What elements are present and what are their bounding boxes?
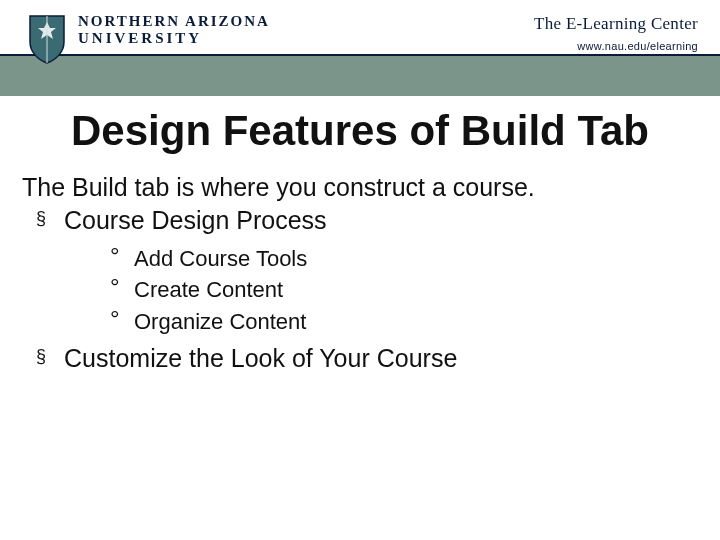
center-name: The E-Learning Center	[534, 14, 698, 34]
slide-header: NORTHERN ARIZONA UNIVERSITY The E-Learni…	[0, 0, 720, 96]
sub-label: Organize Content	[134, 309, 306, 334]
list-item: Course Design Process Add Course Tools C…	[36, 205, 694, 335]
sub-list: Add Course Tools Create Content Organize…	[64, 245, 694, 336]
center-url: www.nau.edu/elearning	[534, 40, 698, 52]
list-item: Organize Content	[110, 308, 694, 336]
university-logo: NORTHERN ARIZONA UNIVERSITY	[26, 14, 270, 64]
shield-icon	[26, 14, 68, 64]
bullet-list: Course Design Process Add Course Tools C…	[22, 205, 694, 374]
org-line1: NORTHERN ARIZONA	[78, 14, 270, 29]
slide-title: Design Features of Build Tab	[0, 108, 720, 154]
university-name: NORTHERN ARIZONA UNIVERSITY	[78, 14, 270, 46]
center-info: The E-Learning Center www.nau.edu/elearn…	[534, 14, 698, 52]
intro-text: The Build tab is where you construct a c…	[22, 172, 694, 203]
slide-body: The Build tab is where you construct a c…	[0, 154, 720, 374]
org-line2: UNIVERSITY	[78, 31, 270, 46]
bullet-label: Course Design Process	[64, 206, 327, 234]
list-item: Add Course Tools	[110, 245, 694, 273]
slide: NORTHERN ARIZONA UNIVERSITY The E-Learni…	[0, 0, 720, 540]
sub-label: Add Course Tools	[134, 246, 307, 271]
bullet-label: Customize the Look of Your Course	[64, 344, 457, 372]
sub-label: Create Content	[134, 277, 283, 302]
list-item: Customize the Look of Your Course	[36, 343, 694, 374]
list-item: Create Content	[110, 276, 694, 304]
